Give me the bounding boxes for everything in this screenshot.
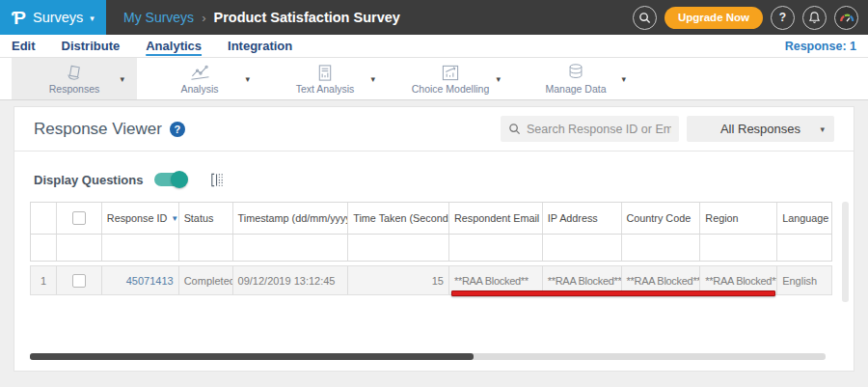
header-ip-address: IP Address bbox=[543, 203, 622, 234]
filter-cell[interactable] bbox=[543, 235, 622, 261]
response-search-box[interactable] bbox=[501, 116, 679, 142]
filter-cell bbox=[57, 235, 102, 261]
chevron-down-icon[interactable]: ▾ bbox=[496, 74, 501, 84]
display-questions-label: Display Questions bbox=[34, 173, 143, 187]
header-response-id[interactable]: Response ID ▼ bbox=[102, 203, 179, 234]
breadcrumb: My Surveys › Product Satisfaction Survey bbox=[123, 10, 633, 25]
sort-desc-icon[interactable]: ▼ bbox=[171, 214, 178, 223]
header-time-taken[interactable]: Time Taken (Seconds) ⇅ bbox=[348, 203, 449, 234]
header-checkbox-cell bbox=[57, 203, 102, 234]
horizontal-scrollbar-track[interactable] bbox=[30, 353, 826, 360]
tab-distribute[interactable]: Distribute bbox=[62, 39, 121, 53]
tab-integration[interactable]: Integration bbox=[228, 39, 292, 53]
notifications-button[interactable] bbox=[802, 6, 827, 30]
filter-cell[interactable] bbox=[622, 235, 701, 261]
chevron-down-icon: ▾ bbox=[90, 14, 95, 23]
filter-cell[interactable] bbox=[233, 235, 349, 261]
upgrade-now-button[interactable]: Upgrade Now bbox=[665, 7, 763, 29]
search-icon bbox=[508, 123, 521, 135]
chevron-down-icon[interactable]: ▾ bbox=[370, 74, 375, 84]
header-timestamp[interactable]: Timestamp (dd/mm/yyyy) ⇅ bbox=[233, 203, 349, 234]
search-button[interactable] bbox=[633, 6, 657, 30]
filter-cell bbox=[31, 235, 57, 261]
vertical-scrollbar[interactable] bbox=[842, 202, 849, 302]
header-language: Language bbox=[777, 203, 831, 234]
response-viewer-card: Response Viewer ? All Responses ▾ Displa… bbox=[14, 106, 854, 372]
gauge-avatar-icon bbox=[839, 11, 854, 24]
text-analysis-icon bbox=[314, 64, 336, 82]
header-row-number bbox=[31, 203, 57, 234]
breadcrumb-current-survey: Product Satisfaction Survey bbox=[213, 10, 399, 25]
response-id-link[interactable]: 45071413 bbox=[107, 275, 174, 287]
horizontal-scrollbar-thumb[interactable] bbox=[30, 353, 474, 360]
app-menu-label: Surveys bbox=[33, 10, 83, 25]
analysis-icon bbox=[187, 64, 212, 82]
filter-cell[interactable] bbox=[449, 235, 543, 261]
freeze-columns-icon bbox=[208, 172, 226, 188]
select-all-checkbox[interactable] bbox=[72, 211, 86, 225]
tab-analytics[interactable]: Analytics bbox=[146, 39, 202, 53]
filter-cell[interactable] bbox=[348, 235, 449, 261]
ribbon-label: Text Analysis bbox=[296, 83, 355, 95]
bell-icon bbox=[808, 11, 821, 24]
display-questions-toggle[interactable] bbox=[154, 173, 187, 186]
header-country-code: Country Code bbox=[622, 203, 701, 234]
response-filter-dropdown[interactable]: All Responses ▾ bbox=[687, 116, 834, 142]
filter-cell[interactable] bbox=[700, 235, 777, 261]
choice-modelling-icon bbox=[439, 64, 462, 82]
topbar: Ƥ Surveys ▾ My Surveys › Product Satisfa… bbox=[0, 0, 868, 35]
ribbon-label: Choice Modelling bbox=[412, 83, 490, 95]
viewer-controls: Display Questions bbox=[14, 152, 854, 188]
ribbon-item-analysis[interactable]: Analysis ▾ bbox=[137, 58, 262, 99]
responses-icon bbox=[62, 64, 87, 82]
breadcrumb-separator-icon: › bbox=[202, 11, 205, 25]
breadcrumb-my-surveys[interactable]: My Surveys bbox=[123, 10, 194, 25]
filter-cell[interactable] bbox=[179, 235, 233, 261]
ribbon-item-manage-data[interactable]: Manage Data ▾ bbox=[513, 58, 638, 99]
response-count: Response: 1 bbox=[785, 40, 856, 53]
chevron-down-icon: ▾ bbox=[820, 124, 825, 134]
app-menu-surveys[interactable]: Ƥ Surveys ▾ bbox=[0, 0, 106, 35]
topbar-actions: Upgrade Now ? bbox=[633, 6, 858, 30]
ribbon-item-choice-modelling[interactable]: Choice Modelling ▾ bbox=[388, 58, 513, 99]
cell-response-id: 45071413 bbox=[102, 266, 179, 294]
viewer-help-button[interactable]: ? bbox=[170, 122, 185, 137]
header-status: Status bbox=[179, 203, 233, 234]
question-mark-icon: ? bbox=[779, 11, 786, 24]
responses-table: Response ID ▼ Status Timestamp (dd/mm/yy… bbox=[30, 202, 832, 295]
header-region: Region bbox=[700, 203, 777, 234]
question-mark-icon: ? bbox=[175, 124, 181, 135]
ribbon-item-responses[interactable]: Responses ▾ bbox=[12, 58, 137, 99]
row-checkbox[interactable] bbox=[72, 274, 86, 288]
ribbon-label: Responses bbox=[49, 83, 100, 95]
page-title: Response Viewer bbox=[34, 120, 162, 139]
chevron-down-icon[interactable]: ▾ bbox=[245, 74, 250, 84]
freeze-columns-button[interactable] bbox=[208, 172, 226, 188]
cell-time-taken: 15 bbox=[348, 266, 449, 294]
search-icon bbox=[638, 12, 651, 24]
cell-timestamp: 09/12/2019 13:12:45 bbox=[233, 266, 349, 294]
row-checkbox-cell bbox=[57, 266, 102, 294]
response-search-input[interactable] bbox=[527, 123, 671, 136]
ribbon-label: Analysis bbox=[180, 83, 218, 95]
filter-cell[interactable] bbox=[777, 235, 831, 261]
toggle-knob bbox=[171, 171, 188, 188]
annotation-highlight bbox=[451, 290, 775, 296]
ribbon-label: Manage Data bbox=[545, 83, 606, 95]
ribbon-item-text-analysis[interactable]: Text Analysis ▾ bbox=[262, 58, 388, 99]
tab-edit[interactable]: Edit bbox=[12, 39, 36, 53]
help-button[interactable]: ? bbox=[771, 6, 795, 30]
header-respondent-email: Respondent Email bbox=[449, 203, 543, 234]
account-avatar[interactable] bbox=[834, 6, 858, 30]
questionpro-logo-icon: Ƥ bbox=[12, 9, 26, 27]
table-header-row: Response ID ▼ Status Timestamp (dd/mm/yy… bbox=[30, 202, 832, 235]
chevron-down-icon[interactable]: ▾ bbox=[621, 74, 626, 84]
manage-data-icon bbox=[564, 63, 587, 82]
survey-nav: Edit Distribute Analytics Integration Re… bbox=[0, 35, 868, 58]
analytics-ribbon: Responses ▾ Analysis ▾ bbox=[0, 58, 868, 100]
chevron-down-icon[interactable]: ▾ bbox=[120, 74, 124, 84]
cell-language: English bbox=[777, 266, 831, 294]
filter-cell[interactable] bbox=[102, 235, 179, 261]
table-filter-row bbox=[30, 235, 832, 262]
viewer-header: Response Viewer ? All Responses ▾ bbox=[14, 107, 854, 152]
